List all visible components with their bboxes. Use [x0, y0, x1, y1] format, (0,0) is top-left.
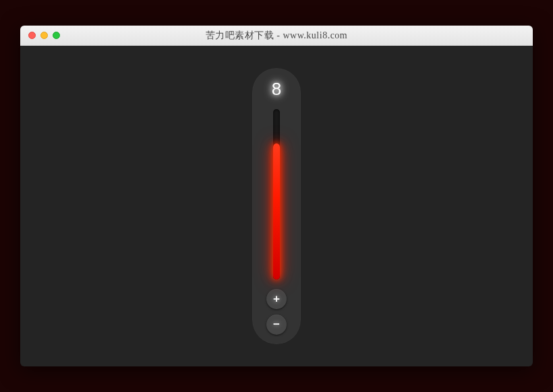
slider-track[interactable]	[273, 109, 280, 280]
increment-button[interactable]: +	[266, 289, 287, 309]
vertical-slider: 8 + −	[252, 68, 301, 344]
slider-value: 8	[272, 79, 281, 100]
slider-fill	[273, 143, 280, 280]
minus-icon: −	[273, 318, 280, 331]
plus-icon: +	[273, 292, 280, 306]
titlebar: 苦力吧素材下载 - www.kuli8.com	[20, 26, 533, 46]
decrement-button[interactable]: −	[266, 315, 287, 335]
content-area: 8 + −	[20, 46, 533, 366]
window-title: 苦力吧素材下载 - www.kuli8.com	[20, 30, 533, 42]
browser-window: 苦力吧素材下载 - www.kuli8.com 8 + −	[20, 26, 533, 366]
